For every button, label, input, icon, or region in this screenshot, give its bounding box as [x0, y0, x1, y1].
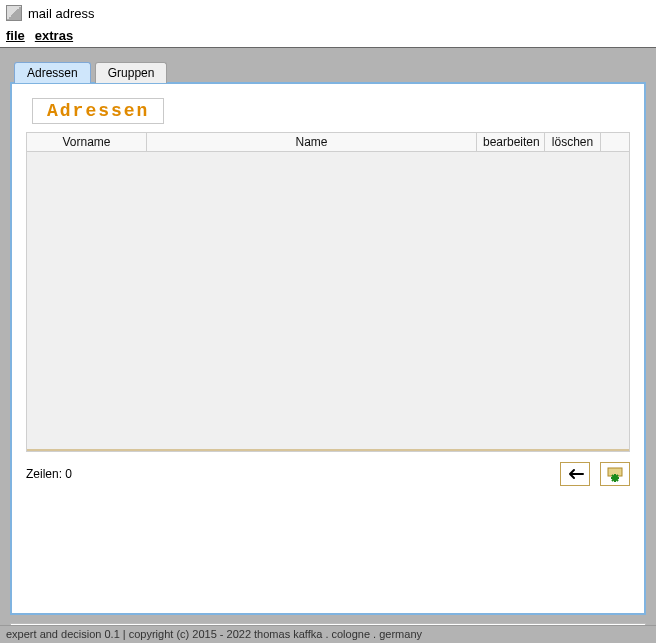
tab-gruppen[interactable]: Gruppen: [95, 62, 168, 83]
row-count-label: Zeilen: 0: [26, 467, 72, 481]
tabstrip: Adressen Gruppen: [10, 62, 646, 83]
statusbar: expert and decision 0.1 | copyright (c) …: [0, 625, 656, 643]
panel-heading: Adressen: [47, 101, 149, 121]
app-icon: [6, 5, 22, 21]
col-loeschen[interactable]: löschen: [545, 133, 601, 152]
tab-adressen[interactable]: Adressen: [14, 62, 91, 83]
col-vorname[interactable]: Vorname: [27, 133, 147, 152]
grid-header: Vorname Name bearbeiten löschen: [27, 133, 629, 152]
add-button[interactable]: [600, 462, 630, 486]
address-grid: Vorname Name bearbeiten löschen: [26, 132, 630, 452]
col-spacer: [601, 133, 629, 152]
action-buttons: [560, 462, 630, 486]
menubar: file extras: [0, 26, 656, 48]
menu-extras[interactable]: extras: [35, 28, 73, 43]
col-bearbeiten[interactable]: bearbeiten: [477, 133, 545, 152]
heading-box: Adressen: [32, 98, 164, 124]
window-title: mail adress: [28, 6, 94, 21]
menu-file[interactable]: file: [6, 28, 25, 43]
add-star-icon: [606, 466, 624, 482]
main-panel: Adressen Vorname Name bearbeiten löschen…: [10, 82, 646, 615]
workspace: Adressen Gruppen Adressen Vorname Name b…: [0, 48, 656, 625]
col-name[interactable]: Name: [147, 133, 477, 152]
titlebar: mail adress: [0, 0, 656, 26]
back-button[interactable]: [560, 462, 590, 486]
grid-body: [27, 152, 629, 451]
arrow-left-icon: [566, 467, 584, 481]
panel-footer: Zeilen: 0: [26, 452, 630, 486]
